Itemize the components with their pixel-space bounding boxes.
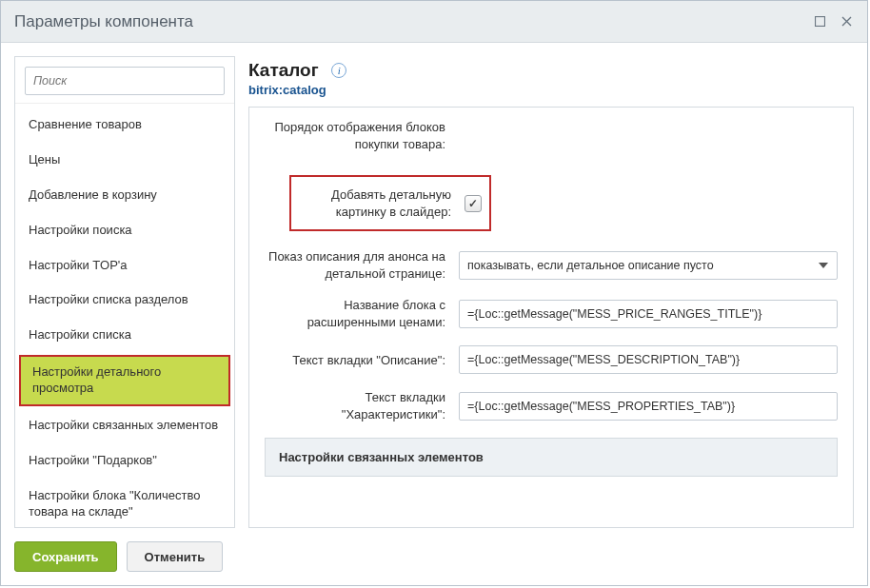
param-control [459, 300, 838, 328]
window-controls [812, 14, 854, 29]
input-price-ranges-title[interactable] [459, 300, 838, 328]
svg-rect-0 [815, 17, 824, 27]
sidebar-item[interactable]: Настройки TOP'а [15, 248, 234, 284]
check-icon: ✓ [468, 197, 478, 210]
param-row-picture-mode: Показ описания для анонса на детальной с… [265, 248, 838, 282]
sidebar-item[interactable]: Цены [15, 143, 234, 178]
dialog-title: Параметры компонента [14, 12, 812, 31]
sidebar-item[interactable]: Настройки списка разделов [15, 283, 234, 318]
param-label: Текст вкладки "Характеристики": [265, 389, 445, 422]
input-properties-tab[interactable] [459, 392, 838, 421]
param-row-description-tab: Текст вкладки "Описание": [265, 345, 838, 374]
content: Сравнение товаров Цены Добавление в корз… [1, 43, 867, 528]
param-row-properties-tab: Текст вкладки "Характеристики": [265, 389, 838, 422]
sidebar-item[interactable]: Настройки связанных элементов [15, 408, 234, 443]
sidebar-item[interactable]: Настройки списка [15, 318, 234, 353]
sidebar-item[interactable]: Добавление в корзину [15, 178, 234, 213]
select-picture-mode[interactable]: показывать, если детальное описание пуст… [459, 251, 838, 280]
save-button[interactable]: Сохранить [14, 541, 117, 572]
param-control [459, 392, 838, 421]
dialog: Параметры компонента Сравнение товаров Ц… [0, 0, 868, 586]
close-icon[interactable] [839, 14, 854, 29]
param-label: Текст вкладки "Описание": [265, 352, 445, 369]
main: Каталог i bitrix:catalog Порядок отображ… [248, 56, 854, 528]
sidebar-item[interactable]: Настройки поиска [15, 213, 234, 248]
page-title: Каталог [248, 60, 319, 81]
checkbox[interactable]: ✓ [465, 195, 482, 212]
param-label: Показ описания для анонса на детальной с… [265, 248, 445, 282]
info-icon[interactable]: i [331, 63, 346, 78]
sidebar-scroll[interactable]: Сравнение товаров Цены Добавление в корз… [15, 104, 234, 527]
input-description-tab[interactable] [459, 345, 838, 374]
sidebar: Сравнение товаров Цены Добавление в корз… [14, 56, 235, 528]
component-name: bitrix:catalog [248, 83, 854, 97]
param-label: Название блока с расширенными ценами: [265, 297, 445, 330]
sidebar-item[interactable]: Сравнение товаров [15, 108, 234, 143]
footer: Сохранить Отменить [1, 528, 867, 585]
search-input[interactable] [25, 67, 225, 95]
param-row-add-detail-picture: Добавять детальную картинку в слайдер: ✓ [289, 175, 491, 231]
titlebar: Параметры компонента [1, 1, 867, 43]
search-wrap [15, 57, 234, 104]
sidebar-item[interactable]: Настройки блока "Количество товара на ск… [15, 479, 234, 527]
param-control [459, 345, 838, 374]
sidebar-item-active[interactable]: Настройки детального просмотра [19, 355, 230, 406]
param-label: Добавять детальную картинку в слайдер: [299, 186, 451, 220]
maximize-icon[interactable] [812, 14, 827, 29]
sidebar-item[interactable]: Настройки "Подарков" [15, 443, 234, 479]
cancel-button[interactable]: Отменить [127, 541, 224, 572]
param-row-blocks-order: Порядок отображения блоков покупки товар… [265, 119, 838, 152]
main-header: Каталог i bitrix:catalog [248, 56, 854, 107]
section-header-related[interactable]: Настройки связанных элементов [265, 438, 838, 477]
param-row-price-ranges-title: Название блока с расширенными ценами: [265, 297, 838, 330]
params-scroll[interactable]: Порядок отображения блоков покупки товар… [248, 107, 854, 528]
param-label: Порядок отображения блоков покупки товар… [265, 119, 445, 152]
select-wrap: показывать, если детальное описание пуст… [459, 251, 838, 280]
